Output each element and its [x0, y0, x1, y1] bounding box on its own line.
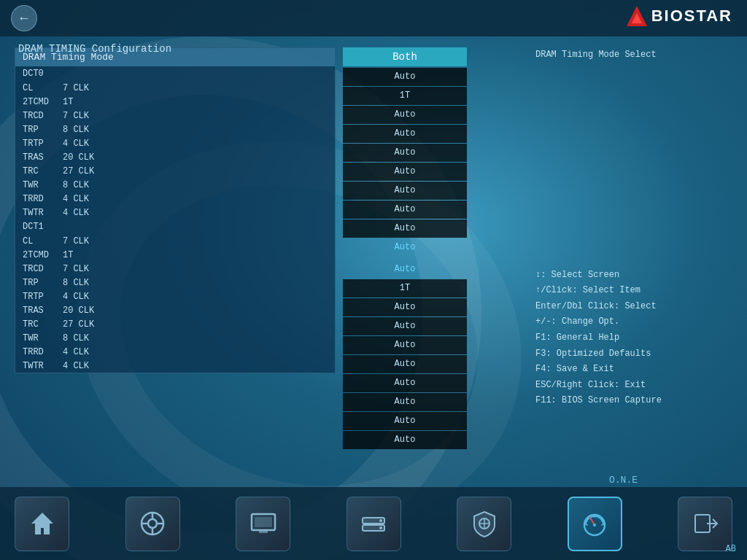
help-key-5: F1: General Help [535, 330, 740, 346]
logo-text: BIOSTAR [651, 7, 732, 26]
dct1-twtr-row[interactable]: TWTR 4 CLK [15, 359, 335, 373]
help-key-8: ESC/Right Click: Exit [535, 378, 740, 394]
nav-tools-icon[interactable] [125, 497, 180, 551]
dct0-trcd-row[interactable]: TRCD 7 CLK [15, 109, 335, 122]
help-key-7: F4: Save & Exit [535, 362, 740, 378]
help-key-4: +/-: Change Opt. [535, 314, 740, 330]
dct0-2tcmd-row[interactable]: 2TCMD 1T [15, 95, 335, 109]
nav-security-icon[interactable] [457, 497, 511, 551]
dct0-trp-row[interactable]: TRP 8 CLK [15, 122, 335, 136]
dct0-val-auto4[interactable]: Auto [343, 144, 467, 162]
dct0-val-auto8[interactable]: Auto [343, 219, 467, 238]
dct1-cl-row[interactable]: CL 7 CLK [15, 234, 335, 248]
help-key-9: F11: BIOS Screen Capture [535, 393, 740, 409]
dct1-trcd-row[interactable]: TRCD 7 CLK [15, 262, 335, 276]
dct0-val-auto6[interactable]: Auto [343, 182, 467, 200]
help-key-3: Enter/Dbl Click: Select [535, 299, 740, 315]
dct1-val-auto3[interactable]: Auto [343, 336, 467, 354]
nav-monitor-icon[interactable] [568, 497, 622, 551]
dct0-tras-row[interactable]: TRAS 20 CLK [15, 150, 335, 164]
right-values-column: Both Auto 1T Auto Auto Auto Auto Auto Au… [343, 47, 467, 450]
dct1-trp-row[interactable]: TRP 8 CLK [15, 276, 335, 289]
help-key-2: ↑/Click: Select Item [535, 283, 740, 299]
dct0-label: DCT0 [15, 66, 335, 81]
dct1-val-auto7[interactable]: Auto [343, 412, 467, 430]
nav-display-icon[interactable] [236, 497, 290, 551]
svg-point-12 [379, 519, 382, 522]
logo-triangle-icon [627, 6, 647, 26]
dct1-val-auto2[interactable]: Auto [343, 317, 467, 335]
svg-point-2 [148, 519, 157, 528]
dct1-tras-row[interactable]: TRAS 20 CLK [15, 303, 335, 317]
dct1-trc-row[interactable]: TRC 27 CLK [15, 317, 335, 331]
dct1-val-1t[interactable]: 1T [343, 279, 467, 298]
help-key-1: ↕: Select Screen [535, 268, 740, 284]
dct0-val-auto-standalone[interactable]: Auto [343, 238, 467, 257]
back-icon: ← [20, 11, 28, 26]
dct0-trrd-row[interactable]: TRRD 4 CLK [15, 192, 335, 206]
svg-point-13 [379, 526, 382, 529]
dct1-val-auto4[interactable]: Auto [343, 355, 467, 373]
dct1-label: DCT1 [15, 219, 335, 234]
svg-point-19 [593, 524, 596, 526]
svg-rect-9 [259, 530, 268, 533]
help-key-6: F3: Optimized Defaults [535, 346, 740, 362]
dct0-cl-row[interactable]: CL 7 CLK [15, 81, 335, 95]
nav-home-icon[interactable] [15, 497, 69, 551]
dct0-trc-row[interactable]: TRC 27 CLK [15, 164, 335, 178]
header: ← BIOSTAR [0, 0, 747, 36]
dct0-trtp-row[interactable]: TRTP 4 CLK [15, 136, 335, 150]
dct1-val-auto5[interactable]: Auto [343, 374, 467, 392]
dct1-val-header-auto[interactable]: Auto [343, 260, 467, 279]
one-label: O.N.E [609, 475, 638, 486]
dct1-val-auto8[interactable]: Auto [343, 431, 467, 449]
dct0-twtr-row[interactable]: TWTR 4 CLK [15, 206, 335, 219]
dct1-trtp-row[interactable]: TRTP 4 CLK [15, 289, 335, 303]
dct0-twr-row[interactable]: TWR 8 CLK [15, 178, 335, 192]
dct0-val-auto3[interactable]: Auto [343, 125, 467, 143]
dct1-trrd-row[interactable]: TRRD 4 CLK [15, 345, 335, 359]
svg-marker-0 [31, 513, 53, 534]
nav-exit-icon[interactable] [678, 497, 732, 551]
dct0-val-auto7[interactable]: Auto [343, 201, 467, 219]
ab-label: AB [726, 544, 736, 554]
help-keys: ↕: Select Screen ↑/Click: Select Item En… [535, 268, 740, 409]
dct0-val-auto1[interactable]: Auto [343, 68, 467, 86]
page-title: DRAM TIMING Configuration [18, 43, 171, 55]
dct1-val-auto1[interactable]: Auto [343, 298, 467, 316]
logo: BIOSTAR [627, 6, 732, 26]
left-panel: DRAM Timing Mode DCT0 CL 7 CLK 2TCMD 1T … [15, 47, 336, 373]
dct1-val-auto6[interactable]: Auto [343, 393, 467, 411]
nav-storage-icon[interactable] [347, 497, 401, 551]
dct0-val-1t[interactable]: 1T [343, 87, 467, 105]
dct0-val-auto2[interactable]: Auto [343, 106, 467, 124]
back-button[interactable]: ← [11, 5, 37, 31]
dct1-2tcmd-row[interactable]: 2TCMD 1T [15, 248, 335, 262]
help-title: DRAM Timing Mode Select [535, 47, 740, 63]
dct1-twr-row[interactable]: TWR 8 CLK [15, 331, 335, 345]
dct0-val-auto5[interactable]: Auto [343, 163, 467, 181]
bottom-nav [0, 487, 747, 560]
svg-rect-8 [255, 517, 272, 527]
dct0-value-header[interactable]: Both [343, 47, 467, 66]
help-panel: DRAM Timing Mode Select ↕: Select Screen… [535, 47, 740, 409]
